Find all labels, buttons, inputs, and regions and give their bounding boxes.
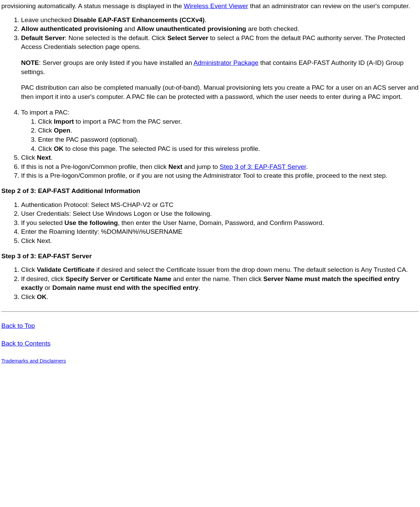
list-item: Click Validate Certificate if desired an… [21, 265, 419, 275]
wireless-event-viewer-link[interactable]: Wireless Event Viewer [184, 2, 248, 10]
trademarks-link[interactable]: Trademarks and Disclaimers [1, 357, 419, 364]
list-item: Click Next. [21, 237, 419, 246]
list-item: If desired, click Specify Server or Cert… [21, 275, 419, 293]
list-item: Allow authenticated provisioning and All… [21, 24, 419, 34]
list-item: Click Open. [38, 126, 419, 135]
list-item: If you selected Use the following, then … [21, 218, 419, 228]
sub-list: Click Import to import a PAC from the PA… [21, 117, 419, 153]
back-to-top-link[interactable]: Back to Top [1, 321, 419, 331]
list-item: Default Server: None selected is the def… [21, 34, 419, 102]
list-item: Click Import to import a PAC from the PA… [38, 117, 419, 126]
list-item: Click Next. [21, 153, 419, 162]
intro-text-post: that an administrator can review on the … [248, 2, 410, 10]
list-item: User Credentials: Select Use Windows Log… [21, 209, 419, 218]
intro-text-pre: provisioning automatically. A status mes… [1, 2, 184, 10]
list-item: Click OK. [21, 293, 419, 302]
divider [1, 311, 419, 312]
list-item: Leave unchecked Disable EAP-FAST Enhance… [21, 16, 419, 25]
administrator-package-link[interactable]: Administrator Package [194, 59, 258, 66]
step-2-list: Authentication Protocol: Select MS-CHAP-… [1, 200, 419, 246]
pac-distribution-text: PAC distribution can also be completed m… [21, 83, 419, 101]
note-block: NOTE: Server groups are only listed if y… [21, 58, 419, 76]
list-item: Click OK to close this page. The selecte… [38, 144, 419, 154]
step-3-heading: Step 3 of 3: EAP-FAST Server [1, 252, 419, 261]
intro-paragraph: provisioning automatically. A status mes… [1, 1, 419, 11]
step-2-heading: Step 2 of 3: EAP-FAST Additional Informa… [1, 187, 419, 196]
step-3-list: Click Validate Certificate if desired an… [1, 265, 419, 301]
list-item: Enter the Roaming Identity: %DOMAIN%\%US… [21, 227, 419, 237]
list-item: To import a PAC: Click Import to import … [21, 108, 419, 153]
list-item: If this is not a Pre-logon/Common profil… [21, 162, 419, 172]
list-item: Enter the PAC password (optional). [38, 135, 419, 144]
step-3-link[interactable]: Step 3 of 3: EAP-FAST Server [220, 163, 306, 170]
list-item: If this is a Pre-logon/Common profile, o… [21, 171, 419, 180]
list-item: Authentication Protocol: Select MS-CHAP-… [21, 200, 419, 210]
back-to-contents-link[interactable]: Back to Contents [1, 339, 419, 348]
main-list-1: Leave unchecked Disable EAP-FAST Enhance… [1, 16, 419, 181]
